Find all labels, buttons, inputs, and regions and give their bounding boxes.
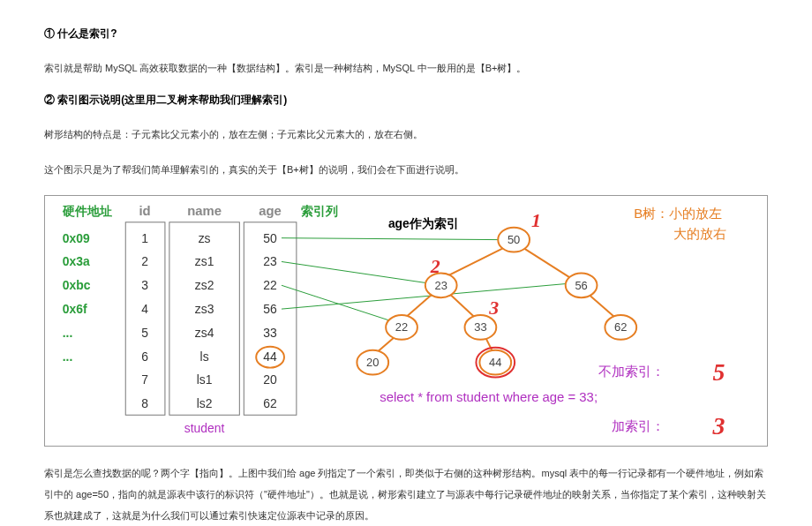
cell-id-3: 4 [141,302,148,316]
table-name-label: student [184,421,225,435]
cell-age-5: 44 [263,349,277,363]
cell-age-7: 62 [263,396,277,410]
tree-node-20: 20 [357,349,388,374]
tree-node-22: 22 [386,315,417,340]
svg-text:62: 62 [614,320,627,334]
svg-text:33: 33 [474,320,486,334]
svg-text:56: 56 [575,278,587,291]
with-index-label: 加索引： [612,419,665,433]
cell-name-6: ls1 [197,372,213,387]
paragraph-2: 树形结构的特点是：子元素比父元素小的，放在左侧；子元素比父元素大的，放在右侧。 [44,124,768,145]
red-step-2: 2 [430,256,440,277]
svg-text:22: 22 [395,320,408,334]
no-index-label: 不加索引： [598,364,665,378]
svg-text:44: 44 [489,356,501,369]
paragraph-1: 索引就是帮助 MySQL 高效获取数据的一种【数据结构】。索引是一种树结构，My… [44,57,768,79]
edge-50-56 [524,248,573,279]
index-diagram: 硬件地址 id name age 索引列 age作为索引 0x09 0x3a 0… [44,195,768,447]
green-line-50 [282,237,502,239]
cell-id-5: 6 [141,349,148,363]
edge-23-33 [450,294,477,319]
cell-id-0: 1 [141,230,148,244]
paragraph-4: 索引是怎么查找数据的呢？两个字【指向】。上图中我们给 age 列指定了一个索引，… [44,462,768,526]
hw-addr-4: ... [63,325,73,339]
cell-id-1: 2 [141,254,148,268]
cell-name-0: zs [199,230,211,244]
red-step-3: 3 [488,297,499,319]
cell-name-4: zs4 [195,325,214,339]
cell-age-1: 23 [263,254,277,268]
tree-node-56: 56 [566,273,598,297]
tree-node-62: 62 [605,315,636,340]
cell-age-0: 50 [263,230,277,244]
tree-node-44: 44 [476,347,515,377]
cell-age-4: 33 [263,325,277,339]
edge-56-62 [589,294,617,319]
hw-addr-label: 硬件地址 [62,203,112,217]
hw-addr-0: 0x09 [63,230,90,244]
age-as-index-label: age作为索引 [388,215,459,229]
cell-name-1: zs1 [195,254,214,268]
index-col-label: 索引列 [301,203,338,217]
cell-id-7: 8 [141,396,148,410]
btree-note-1: B树：小的放左 [634,206,722,220]
hw-addr-2: 0xbc [63,278,91,292]
hw-addr-5: ... [63,349,73,363]
col-age-header: age [259,203,282,217]
tree-node-50: 50 [498,227,530,252]
cell-age-3: 56 [263,302,277,316]
cell-age-6: 20 [263,372,277,387]
with-index-value: 3 [712,412,726,440]
cell-name-3: zs3 [195,302,214,316]
table-rows: 1 zs 50 2 zs1 23 3 zs2 22 4 zs3 56 5 zs4… [141,230,284,410]
btree-note-2: 大的放右 [673,226,726,240]
heading-1: ① 什么是索引? [44,26,768,41]
hw-addr-1: 0x3a [63,254,90,268]
no-index-value: 5 [713,357,726,385]
heading-2: ② 索引图示说明(这里用二叉树来帮助我们理解索引) [44,93,768,108]
paragraph-3: 这个图示只是为了帮我们简单理解索引的，真实的关于【B+树】的说明，我们会在下面进… [44,159,768,180]
green-line-23 [282,261,431,283]
svg-text:50: 50 [508,233,520,246]
tree-node-33: 33 [465,315,497,340]
svg-text:20: 20 [366,356,379,369]
cell-name-7: ls2 [197,396,213,410]
sql-query: select * from student where age = 33; [380,390,598,404]
cell-name-2: zs2 [195,278,214,292]
hw-addr-3: 0x6f [63,302,87,316]
col-id-header: id [139,203,150,217]
cell-id-2: 3 [141,278,148,292]
cell-name-5: ls [200,349,209,363]
col-name-header: name [187,203,222,217]
red-step-1: 1 [531,209,541,230]
cell-id-6: 7 [141,372,148,387]
cell-id-4: 5 [141,325,148,339]
diagram-svg: 硬件地址 id name age 索引列 age作为索引 0x09 0x3a 0… [45,196,767,446]
cell-age-2: 22 [263,278,277,292]
svg-text:23: 23 [435,278,447,291]
